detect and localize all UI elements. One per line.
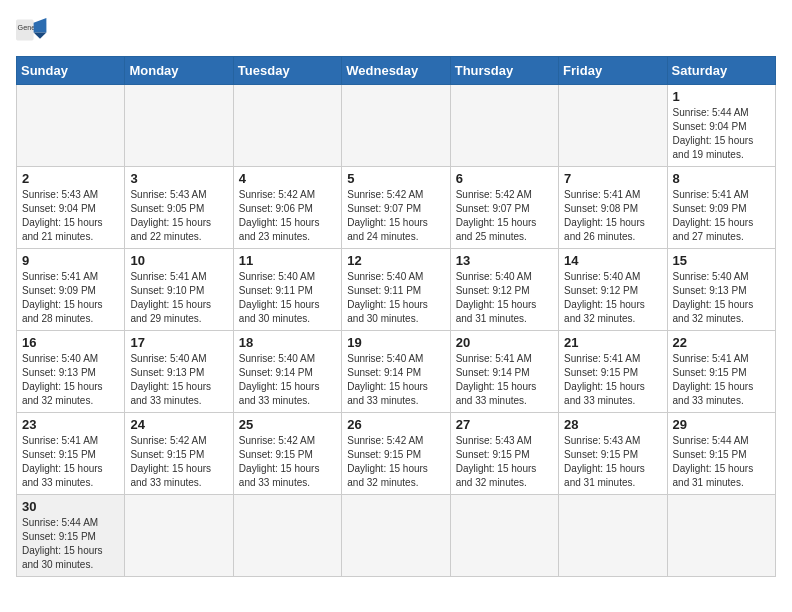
calendar-cell: 19Sunrise: 5:40 AM Sunset: 9:14 PM Dayli… — [342, 331, 450, 413]
calendar-cell — [667, 495, 775, 577]
day-info: Sunrise: 5:42 AM Sunset: 9:15 PM Dayligh… — [347, 434, 444, 490]
calendar-cell: 9Sunrise: 5:41 AM Sunset: 9:09 PM Daylig… — [17, 249, 125, 331]
day-number: 8 — [673, 171, 770, 186]
weekday-header: Wednesday — [342, 57, 450, 85]
calendar-cell: 3Sunrise: 5:43 AM Sunset: 9:05 PM Daylig… — [125, 167, 233, 249]
svg-marker-2 — [34, 18, 47, 32]
day-info: Sunrise: 5:41 AM Sunset: 9:09 PM Dayligh… — [22, 270, 119, 326]
calendar-cell — [342, 85, 450, 167]
weekday-header: Friday — [559, 57, 667, 85]
day-number: 3 — [130, 171, 227, 186]
day-info: Sunrise: 5:40 AM Sunset: 9:14 PM Dayligh… — [239, 352, 336, 408]
calendar-header: SundayMondayTuesdayWednesdayThursdayFrid… — [17, 57, 776, 85]
calendar-cell: 25Sunrise: 5:42 AM Sunset: 9:15 PM Dayli… — [233, 413, 341, 495]
calendar-week-row: 16Sunrise: 5:40 AM Sunset: 9:13 PM Dayli… — [17, 331, 776, 413]
calendar-cell — [450, 85, 558, 167]
day-number: 14 — [564, 253, 661, 268]
logo-icon: General — [16, 16, 48, 44]
weekday-header: Sunday — [17, 57, 125, 85]
calendar-cell: 27Sunrise: 5:43 AM Sunset: 9:15 PM Dayli… — [450, 413, 558, 495]
calendar-cell: 20Sunrise: 5:41 AM Sunset: 9:14 PM Dayli… — [450, 331, 558, 413]
day-number: 13 — [456, 253, 553, 268]
calendar-cell — [450, 495, 558, 577]
weekday-header: Monday — [125, 57, 233, 85]
calendar-cell: 29Sunrise: 5:44 AM Sunset: 9:15 PM Dayli… — [667, 413, 775, 495]
weekday-header: Tuesday — [233, 57, 341, 85]
day-info: Sunrise: 5:41 AM Sunset: 9:10 PM Dayligh… — [130, 270, 227, 326]
calendar-week-row: 9Sunrise: 5:41 AM Sunset: 9:09 PM Daylig… — [17, 249, 776, 331]
day-info: Sunrise: 5:40 AM Sunset: 9:11 PM Dayligh… — [347, 270, 444, 326]
calendar-week-row: 30Sunrise: 5:44 AM Sunset: 9:15 PM Dayli… — [17, 495, 776, 577]
day-info: Sunrise: 5:44 AM Sunset: 9:15 PM Dayligh… — [22, 516, 119, 572]
day-info: Sunrise: 5:41 AM Sunset: 9:15 PM Dayligh… — [564, 352, 661, 408]
calendar-cell: 14Sunrise: 5:40 AM Sunset: 9:12 PM Dayli… — [559, 249, 667, 331]
weekday-row: SundayMondayTuesdayWednesdayThursdayFrid… — [17, 57, 776, 85]
calendar-cell: 2Sunrise: 5:43 AM Sunset: 9:04 PM Daylig… — [17, 167, 125, 249]
day-number: 7 — [564, 171, 661, 186]
day-info: Sunrise: 5:43 AM Sunset: 9:15 PM Dayligh… — [564, 434, 661, 490]
calendar-week-row: 23Sunrise: 5:41 AM Sunset: 9:15 PM Dayli… — [17, 413, 776, 495]
calendar-cell: 23Sunrise: 5:41 AM Sunset: 9:15 PM Dayli… — [17, 413, 125, 495]
calendar-cell: 26Sunrise: 5:42 AM Sunset: 9:15 PM Dayli… — [342, 413, 450, 495]
day-info: Sunrise: 5:41 AM Sunset: 9:09 PM Dayligh… — [673, 188, 770, 244]
calendar-cell: 1Sunrise: 5:44 AM Sunset: 9:04 PM Daylig… — [667, 85, 775, 167]
day-info: Sunrise: 5:42 AM Sunset: 9:07 PM Dayligh… — [456, 188, 553, 244]
day-info: Sunrise: 5:43 AM Sunset: 9:05 PM Dayligh… — [130, 188, 227, 244]
day-number: 9 — [22, 253, 119, 268]
day-number: 10 — [130, 253, 227, 268]
day-number: 22 — [673, 335, 770, 350]
day-info: Sunrise: 5:40 AM Sunset: 9:12 PM Dayligh… — [564, 270, 661, 326]
day-number: 11 — [239, 253, 336, 268]
day-number: 27 — [456, 417, 553, 432]
weekday-header: Saturday — [667, 57, 775, 85]
day-number: 15 — [673, 253, 770, 268]
day-number: 6 — [456, 171, 553, 186]
calendar-cell: 15Sunrise: 5:40 AM Sunset: 9:13 PM Dayli… — [667, 249, 775, 331]
calendar-cell — [125, 85, 233, 167]
calendar-cell: 8Sunrise: 5:41 AM Sunset: 9:09 PM Daylig… — [667, 167, 775, 249]
day-number: 25 — [239, 417, 336, 432]
day-number: 20 — [456, 335, 553, 350]
calendar-cell: 30Sunrise: 5:44 AM Sunset: 9:15 PM Dayli… — [17, 495, 125, 577]
day-number: 19 — [347, 335, 444, 350]
day-info: Sunrise: 5:40 AM Sunset: 9:13 PM Dayligh… — [22, 352, 119, 408]
calendar-cell: 18Sunrise: 5:40 AM Sunset: 9:14 PM Dayli… — [233, 331, 341, 413]
day-number: 16 — [22, 335, 119, 350]
calendar-cell: 6Sunrise: 5:42 AM Sunset: 9:07 PM Daylig… — [450, 167, 558, 249]
day-info: Sunrise: 5:42 AM Sunset: 9:06 PM Dayligh… — [239, 188, 336, 244]
day-number: 24 — [130, 417, 227, 432]
calendar-cell — [559, 495, 667, 577]
day-info: Sunrise: 5:40 AM Sunset: 9:13 PM Dayligh… — [130, 352, 227, 408]
day-info: Sunrise: 5:40 AM Sunset: 9:12 PM Dayligh… — [456, 270, 553, 326]
day-number: 4 — [239, 171, 336, 186]
calendar-cell — [342, 495, 450, 577]
day-number: 18 — [239, 335, 336, 350]
day-number: 23 — [22, 417, 119, 432]
day-info: Sunrise: 5:41 AM Sunset: 9:14 PM Dayligh… — [456, 352, 553, 408]
day-info: Sunrise: 5:42 AM Sunset: 9:07 PM Dayligh… — [347, 188, 444, 244]
day-number: 17 — [130, 335, 227, 350]
calendar-cell: 5Sunrise: 5:42 AM Sunset: 9:07 PM Daylig… — [342, 167, 450, 249]
calendar-cell: 11Sunrise: 5:40 AM Sunset: 9:11 PM Dayli… — [233, 249, 341, 331]
day-number: 28 — [564, 417, 661, 432]
day-number: 1 — [673, 89, 770, 104]
calendar-cell — [233, 495, 341, 577]
calendar-cell: 4Sunrise: 5:42 AM Sunset: 9:06 PM Daylig… — [233, 167, 341, 249]
day-info: Sunrise: 5:40 AM Sunset: 9:11 PM Dayligh… — [239, 270, 336, 326]
day-info: Sunrise: 5:42 AM Sunset: 9:15 PM Dayligh… — [239, 434, 336, 490]
day-number: 30 — [22, 499, 119, 514]
calendar-cell — [125, 495, 233, 577]
calendar-cell: 10Sunrise: 5:41 AM Sunset: 9:10 PM Dayli… — [125, 249, 233, 331]
day-info: Sunrise: 5:40 AM Sunset: 9:14 PM Dayligh… — [347, 352, 444, 408]
day-number: 26 — [347, 417, 444, 432]
calendar-cell: 22Sunrise: 5:41 AM Sunset: 9:15 PM Dayli… — [667, 331, 775, 413]
calendar-cell — [559, 85, 667, 167]
day-number: 29 — [673, 417, 770, 432]
day-info: Sunrise: 5:44 AM Sunset: 9:15 PM Dayligh… — [673, 434, 770, 490]
calendar-cell: 24Sunrise: 5:42 AM Sunset: 9:15 PM Dayli… — [125, 413, 233, 495]
calendar-cell: 13Sunrise: 5:40 AM Sunset: 9:12 PM Dayli… — [450, 249, 558, 331]
day-info: Sunrise: 5:44 AM Sunset: 9:04 PM Dayligh… — [673, 106, 770, 162]
page-header: General — [16, 16, 776, 44]
calendar-cell — [17, 85, 125, 167]
svg-marker-3 — [34, 32, 47, 38]
